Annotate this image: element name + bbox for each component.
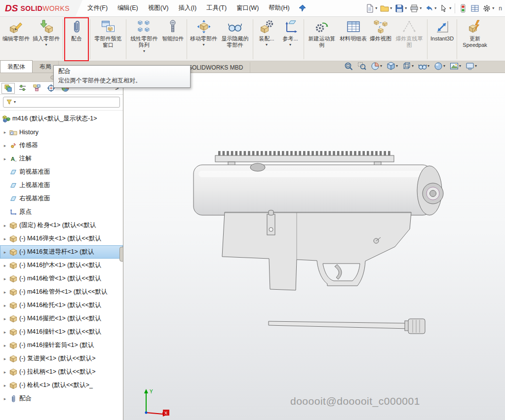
instant3d-button[interactable]: Instant3D	[429, 18, 455, 61]
insert-component-button[interactable]: 插入零部件▾	[31, 18, 61, 61]
tree-item[interactable]: ▸(-) 枪机<1> (默认<<默认>_	[0, 379, 123, 392]
expand-arrow[interactable]: ▸	[2, 343, 7, 348]
new-motion-study-button[interactable]: 新建运动算例	[306, 18, 338, 61]
menu-item[interactable]: 插入(I)	[173, 0, 201, 16]
featuremanager-tab[interactable]	[1, 83, 15, 94]
tree-item[interactable]: 前视基准面	[0, 165, 123, 179]
tree-item[interactable]: ▸(-) M416弹夹<1> (默认<<默认	[0, 232, 123, 245]
expand-arrow[interactable]: ▸	[2, 223, 7, 228]
graphics-viewport[interactable]: Y X dooooit@dooooit_c000001	[123, 73, 505, 420]
reference-geometry-button[interactable]: 参考...▾	[278, 18, 302, 61]
expand-arrow[interactable]: ▸	[2, 276, 7, 281]
bill-of-materials-button[interactable]: 材料明细表	[338, 18, 368, 61]
tree-item[interactable]: ▸(-) m416枪管外<1> (默认<<默认	[0, 285, 123, 299]
top-rail[interactable]	[215, 155, 394, 162]
tree-item[interactable]: ▸配合	[0, 392, 123, 405]
expand-arrow[interactable]: ▸	[2, 290, 7, 295]
filter-funnel-icon[interactable]	[6, 99, 13, 106]
menu-item[interactable]: 视图(V)	[143, 0, 174, 16]
tree-item[interactable]: ▸(-) m416枪管<1> (默认<<默认	[0, 272, 123, 285]
zoom-to-fit-button[interactable]	[343, 61, 354, 71]
tree-item[interactable]: ▸(-) M416复进导杆<1> (默认	[0, 245, 123, 259]
tree-item[interactable]: ▸传感器	[0, 139, 123, 152]
tab-solidworks-mbd[interactable]: SOLIDWORKS MBD	[181, 62, 250, 73]
propertymanager-tab[interactable]	[16, 83, 29, 94]
expand-arrow[interactable]: ▸	[2, 330, 7, 335]
bolt-catch[interactable]	[267, 214, 275, 235]
expand-arrow[interactable]: ▸	[2, 383, 7, 388]
menu-item[interactable]: 帮助(H)	[264, 0, 294, 16]
linear-component-pattern-button[interactable]: 线性零部件阵列▾	[128, 18, 160, 61]
assembly-features-button[interactable]: 装配...▾	[255, 18, 278, 61]
tree-item[interactable]: 原点	[0, 205, 123, 219]
expand-arrow[interactable]: ▸	[2, 250, 7, 255]
explode-line-sketch-button[interactable]: 爆炸直线草图	[393, 18, 426, 61]
tree-item[interactable]: ▸(-) M416握把<1> (默认<<默认	[0, 312, 123, 325]
edit-component-button[interactable]: 编辑零部件	[1, 18, 31, 61]
overflow-indicator[interactable]: n	[496, 5, 503, 12]
component-preview-window-button[interactable]: 零部件预览窗口	[92, 18, 124, 61]
tree-item[interactable]: ▸(-) m416撞针套筒<1> (默认	[0, 339, 123, 352]
smart-fasteners-button[interactable]: 智能扣件	[160, 18, 185, 61]
select-button[interactable]: ▾	[438, 3, 453, 14]
file-properties-button[interactable]	[469, 3, 481, 14]
trigger[interactable]	[335, 265, 342, 279]
tree-root-item[interactable]: m416 (默认<默认_显示状态-1>	[0, 112, 123, 125]
display-style-button[interactable]: ▾	[401, 61, 415, 71]
undo-button[interactable]: ▾	[423, 3, 438, 14]
tree-item[interactable]: ▸(-) 复进簧<1> (默认<<默认>	[0, 352, 123, 365]
filter-box[interactable]: ▾	[3, 97, 120, 108]
expand-arrow[interactable]: ▸	[2, 263, 7, 268]
edit-appearance-button[interactable]: ▾	[433, 61, 446, 71]
mate-button[interactable]: 配合	[65, 18, 88, 61]
tree-item[interactable]: ▸注解	[0, 152, 123, 165]
tree-item[interactable]: 上视基准面	[0, 179, 123, 192]
rebuild-button[interactable]	[457, 3, 469, 14]
hide-show-items-button[interactable]: ▾	[417, 61, 430, 71]
view-orientation-button[interactable]: ▾	[386, 61, 399, 71]
print-button[interactable]: ▾	[408, 3, 423, 14]
lower-receiver[interactable]	[222, 212, 411, 290]
view-settings-button[interactable]: ▾	[465, 61, 478, 71]
options-button[interactable]: ▾	[481, 3, 496, 14]
pin-toolbar-icon[interactable]	[298, 4, 307, 13]
show-hidden-components-button[interactable]: 显示隐藏的零部件	[219, 18, 251, 61]
filter-input[interactable]	[17, 99, 117, 106]
tree-item[interactable]: ▸(-) M416护木<1> (默认<<默认	[0, 259, 123, 272]
save-button[interactable]: ▾	[393, 3, 408, 14]
configurationmanager-tab[interactable]	[30, 83, 43, 94]
exploded-view-button[interactable]: 爆炸视图	[368, 18, 393, 61]
update-speedpak-button[interactable]: 更新 Speedpak	[459, 18, 491, 61]
expand-arrow[interactable]: ▸	[2, 143, 7, 148]
menu-item[interactable]: 窗口(W)	[232, 0, 264, 16]
section-view-button[interactable]: ▾	[370, 61, 383, 71]
expand-arrow[interactable]: ▸	[2, 130, 7, 135]
expand-arrow[interactable]: ▸	[2, 370, 7, 375]
menu-item[interactable]: 编辑(E)	[113, 0, 143, 16]
tree-item[interactable]: ▸(-) 拉机柄<1> (默认<<默认>	[0, 365, 123, 379]
guide-rod[interactable]	[269, 319, 425, 334]
move-component-button[interactable]: 移动零部件▾	[189, 18, 219, 61]
assembly-model[interactable]	[187, 147, 453, 344]
apply-scene-button[interactable]: ▾	[449, 61, 462, 71]
open-document-button[interactable]: ▾	[379, 3, 393, 14]
zoom-to-area-button[interactable]	[356, 61, 367, 71]
expand-arrow[interactable]: ▸	[2, 316, 7, 321]
tree-item[interactable]: ▸(-) M416撞针<1> (默认<<默认	[0, 325, 123, 339]
plane-icon	[9, 195, 17, 203]
tree-item[interactable]: 右视基准面	[0, 192, 123, 205]
panel-splitter-handle[interactable]	[119, 247, 123, 262]
menu-item[interactable]: 文件(F)	[82, 0, 113, 16]
expand-arrow[interactable]: ▸	[2, 396, 7, 401]
expand-arrow[interactable]: ▸	[2, 236, 7, 241]
expand-arrow[interactable]: ▸	[2, 356, 7, 361]
menu-item[interactable]: 工具(T)	[201, 0, 232, 16]
tab-assembly[interactable]: 装配体	[0, 60, 33, 73]
new-document-button[interactable]: ▾	[364, 3, 379, 14]
expand-arrow[interactable]: ▸	[2, 156, 7, 161]
tree-item[interactable]: ▸History	[0, 125, 123, 139]
filter-dropdown-caret[interactable]: ▾	[14, 100, 16, 104]
expand-arrow[interactable]: ▸	[2, 303, 7, 308]
tree-item[interactable]: ▸(-) M416枪托<1> (默认<<默认	[0, 299, 123, 312]
tree-item[interactable]: ▸(固定) 枪身<1> (默认<<默认	[0, 219, 123, 232]
